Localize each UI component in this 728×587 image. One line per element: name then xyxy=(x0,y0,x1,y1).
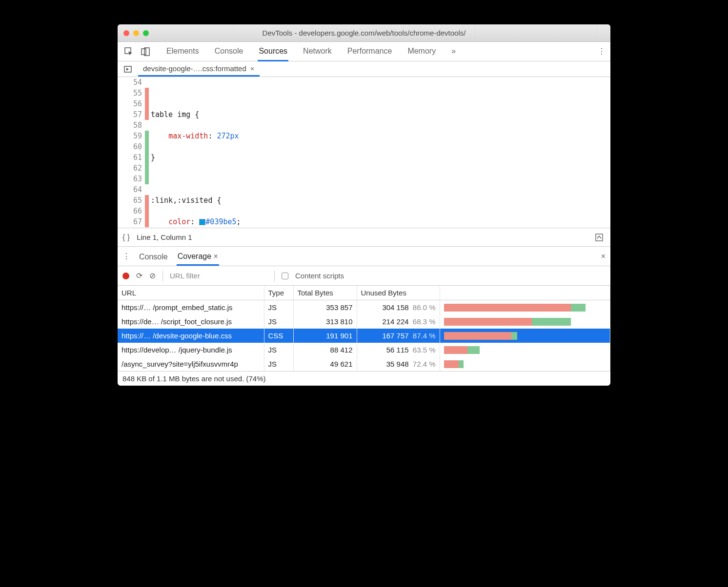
coverage-marker xyxy=(145,216,149,227)
color-swatch-icon[interactable] xyxy=(199,219,205,225)
col-type[interactable]: Type xyxy=(264,286,293,300)
code-line xyxy=(151,88,283,98)
traffic-lights xyxy=(118,30,149,36)
table-row[interactable]: https://… /prompt_embed_static.jsJS353 8… xyxy=(118,300,610,315)
cell-type: JS xyxy=(264,314,293,329)
tab-network[interactable]: Network xyxy=(302,42,333,61)
drawer-kebab-icon[interactable]: ⋮ xyxy=(122,252,130,261)
file-tab-current[interactable]: devsite-google-….css:formatted × xyxy=(138,61,260,77)
navigator-toggle-icon[interactable] xyxy=(121,63,134,76)
cursor-position: Line 1, Column 1 xyxy=(137,233,192,241)
drawer-tabs: ⋮ Console Coverage × × xyxy=(118,247,610,266)
editor-status-bar: { } Line 1, Column 1 xyxy=(118,228,610,247)
col-unused[interactable]: Unused Bytes xyxy=(357,286,440,300)
cell-total: 313 810 xyxy=(293,314,357,329)
cell-total: 49 621 xyxy=(293,357,357,371)
separator xyxy=(274,271,275,281)
tab-sources[interactable]: Sources xyxy=(258,42,288,61)
cell-bar xyxy=(440,329,610,343)
coverage-table: URL Type Total Bytes Unused Bytes https:… xyxy=(118,286,610,371)
code-line: table img { xyxy=(151,109,283,120)
file-tab-name: devsite-google-….css:formatted xyxy=(143,64,246,73)
code-content: table img { max-width: 272px } :link,:vi… xyxy=(149,77,283,228)
code-line: max-width: 272px xyxy=(151,131,283,141)
reload-icon[interactable]: ⟳ xyxy=(136,271,142,280)
tab-elements[interactable]: Elements xyxy=(165,42,200,61)
close-icon[interactable]: × xyxy=(250,64,255,73)
cell-unused: 214 224 68.3 % xyxy=(357,314,440,329)
close-window-button[interactable] xyxy=(123,30,129,36)
line-number: 61 xyxy=(118,152,142,163)
coverage-toolbar: ⟳ ⊘ URL filter Content scripts xyxy=(118,266,610,286)
collapse-pane-icon[interactable] xyxy=(593,231,606,244)
cell-total: 191 901 xyxy=(293,329,357,343)
cell-total: 353 857 xyxy=(293,300,357,315)
coverage-marker xyxy=(145,184,149,195)
devtools-window: DevTools - developers.google.com/web/too… xyxy=(118,24,610,386)
url-filter-input[interactable]: URL filter xyxy=(170,272,267,280)
cell-type: JS xyxy=(264,343,293,357)
tab-performance[interactable]: Performance xyxy=(346,42,393,61)
code-editor[interactable]: 54 55 56 57 58 59 60 61 62 63 64 65 66 6… xyxy=(118,77,610,228)
coverage-marker xyxy=(145,131,149,141)
clear-icon[interactable]: ⊘ xyxy=(149,271,156,280)
cell-unused: 56 115 63.5 % xyxy=(357,343,440,357)
line-number: 55 xyxy=(118,88,142,98)
content-scripts-checkbox[interactable] xyxy=(282,273,288,279)
table-row[interactable]: /async_survey?site=ylj5ifxusvvmr4pJS49 6… xyxy=(118,357,610,371)
pretty-print-icon[interactable]: { } xyxy=(122,233,130,242)
minimize-window-button[interactable] xyxy=(133,30,139,36)
coverage-marker xyxy=(145,77,149,88)
cell-bar xyxy=(440,314,610,329)
inspect-element-icon[interactable] xyxy=(122,45,135,58)
cell-url: https://de… /script_foot_closure.js xyxy=(118,314,264,329)
cell-url: https://develop… /jquery-bundle.js xyxy=(118,343,264,357)
record-icon[interactable] xyxy=(122,273,129,279)
cell-bar xyxy=(440,300,610,315)
cell-url: https://… /prompt_embed_static.js xyxy=(118,300,264,315)
cell-unused: 304 158 86.0 % xyxy=(357,300,440,315)
coverage-marker xyxy=(145,174,149,184)
drawer-tab-label: Coverage xyxy=(178,252,211,260)
line-number: 63 xyxy=(118,174,142,184)
drawer-tab-console[interactable]: Console xyxy=(138,248,169,265)
device-toolbar-icon[interactable] xyxy=(139,45,152,58)
coverage-marker xyxy=(145,152,149,163)
code-line: :link,:visited { xyxy=(151,195,283,206)
line-number: 60 xyxy=(118,141,142,152)
table-row[interactable]: https://de… /script_foot_closure.jsJS313… xyxy=(118,314,610,329)
coverage-marker xyxy=(145,195,149,206)
separator xyxy=(162,271,163,281)
content-scripts-label: Content scripts xyxy=(295,272,344,280)
tab-memory[interactable]: Memory xyxy=(406,42,437,61)
cell-url: https://… /devsite-google-blue.css xyxy=(118,329,264,343)
titlebar: DevTools - developers.google.com/web/too… xyxy=(118,24,610,42)
svg-rect-1 xyxy=(142,49,146,55)
line-number: 62 xyxy=(118,163,142,174)
col-total[interactable]: Total Bytes xyxy=(293,286,357,300)
zoom-window-button[interactable] xyxy=(143,30,149,36)
col-bar[interactable] xyxy=(440,286,610,300)
tab-console[interactable]: Console xyxy=(214,42,244,61)
coverage-summary: 848 KB of 1.1 MB bytes are not used. (74… xyxy=(118,371,610,386)
sources-file-tabs: devsite-google-….css:formatted × xyxy=(118,61,610,77)
cell-bar xyxy=(440,357,610,371)
close-icon[interactable]: × xyxy=(214,252,218,260)
close-drawer-icon[interactable]: × xyxy=(601,252,606,261)
cell-unused: 35 948 72.4 % xyxy=(357,357,440,371)
drawer-tab-coverage[interactable]: Coverage × xyxy=(177,247,219,266)
cell-url: /async_survey?site=ylj5ifxusvvmr4p xyxy=(118,357,264,371)
cell-unused: 167 757 87.4 % xyxy=(357,329,440,343)
col-url[interactable]: URL xyxy=(118,286,264,300)
table-row[interactable]: https://develop… /jquery-bundle.jsJS88 4… xyxy=(118,343,610,357)
line-number: 64 xyxy=(118,184,142,195)
more-tabs-icon[interactable]: » xyxy=(450,42,457,61)
line-number: 65 xyxy=(118,195,142,206)
main-panel-tabs: Elements Console Sources Network Perform… xyxy=(165,42,457,61)
line-number: 66 xyxy=(118,206,142,216)
settings-kebab-icon[interactable]: ⋮ xyxy=(598,47,606,56)
coverage-marker xyxy=(145,88,149,98)
window-title: DevTools - developers.google.com/web/too… xyxy=(118,29,610,37)
coverage-gutter xyxy=(145,77,149,228)
table-row[interactable]: https://… /devsite-google-blue.cssCSS191… xyxy=(118,329,610,343)
